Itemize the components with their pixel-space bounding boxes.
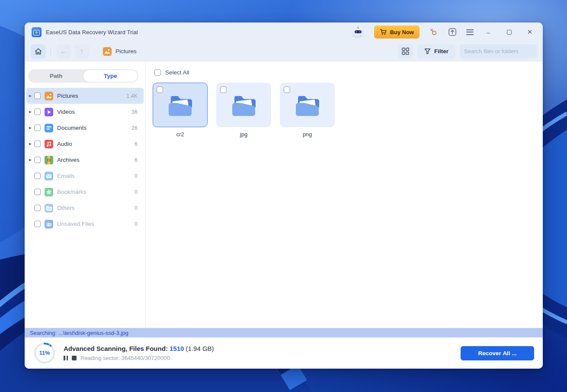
folder-name: cr2 <box>176 131 184 138</box>
folder-tile[interactable] <box>153 83 208 127</box>
sidebar-item-pictures[interactable]: ▶ Pictures 1.4K <box>26 88 144 104</box>
bookmarks-icon <box>45 188 53 196</box>
archives-checkbox[interactable] <box>34 157 41 163</box>
folder-tiles: cr2 jpg <box>153 83 536 138</box>
sidebar-item-audio[interactable]: ▶ Audio 6 <box>26 136 144 152</box>
search-input[interactable] <box>464 48 540 55</box>
others-checkbox[interactable] <box>34 205 41 211</box>
scan-progress-footer: 11% Advanced Scanning, Files Found: 1510… <box>25 337 543 369</box>
searching-status-bar: Searching: ...\test\disk-genius-ssd-3.jp… <box>25 328 543 337</box>
search-box <box>460 44 537 59</box>
minimize-button[interactable]: – <box>482 26 494 38</box>
folder-icon <box>293 93 322 117</box>
select-all-label: Select All <box>165 69 189 76</box>
sidebar-item-others[interactable]: Others 0 <box>26 200 144 216</box>
sidebar-item-label: Others <box>57 205 135 211</box>
buy-now-button[interactable]: Buy Now <box>374 26 420 39</box>
sidebar-item-videos[interactable]: ▶ Videos 36 <box>26 104 144 120</box>
breadcrumb[interactable]: Pictures <box>103 47 137 56</box>
folder-checkbox[interactable] <box>220 87 227 93</box>
sidebar-item-unsaved-files[interactable]: Unsaved Files 0 <box>26 216 144 232</box>
videos-icon <box>45 108 53 116</box>
folder-tile[interactable] <box>216 83 271 127</box>
item-count: 0 <box>135 221 138 227</box>
sector-status-line: Reading sector: 3645440/30720000 <box>64 355 214 361</box>
bookmarks-checkbox[interactable] <box>34 189 41 195</box>
app-logo-icon <box>32 27 42 37</box>
folder-item-cr2: cr2 <box>153 83 208 138</box>
sidebar-item-bookmarks[interactable]: Bookmarks 0 <box>26 184 144 200</box>
item-count: 0 <box>135 205 138 211</box>
cart-icon <box>380 29 387 35</box>
stop-icon[interactable] <box>72 356 77 360</box>
item-count: 0 <box>135 189 138 195</box>
sidebar-item-label: Pictures <box>57 93 126 99</box>
expand-arrow-icon[interactable]: ▶ <box>29 110 34 114</box>
others-icon <box>45 204 53 212</box>
scan-status-line: Advanced Scanning, Files Found: 1510 (1.… <box>64 345 214 352</box>
pictures-icon <box>103 47 112 56</box>
documents-checkbox[interactable] <box>34 125 41 131</box>
item-count: 36 <box>131 109 138 115</box>
pictures-checkbox[interactable] <box>34 93 41 99</box>
tab-type[interactable]: Type <box>83 70 138 82</box>
license-key-icon[interactable] <box>428 27 439 37</box>
back-button[interactable]: ← <box>56 44 71 59</box>
assistant-mascot-icon[interactable] <box>351 26 365 39</box>
easeus-app-window: EaseUS Data Recovery Wizard Trial Buy No… <box>25 22 543 369</box>
tab-path[interactable]: Path <box>29 70 83 82</box>
menu-icon[interactable] <box>466 29 474 35</box>
select-all-checkbox[interactable] <box>154 69 161 76</box>
folder-icon <box>229 93 259 117</box>
sidebar-item-label: Emails <box>57 173 135 179</box>
close-button[interactable]: ✕ <box>524 26 536 38</box>
pause-icon[interactable] <box>64 356 68 360</box>
sidebar-item-documents[interactable]: ▶ Documents 26 <box>26 120 144 136</box>
upgrade-icon[interactable] <box>447 27 458 37</box>
up-button[interactable]: ↑ <box>74 44 89 59</box>
home-icon <box>35 48 42 55</box>
app-title: EaseUS Data Recovery Wizard Trial <box>46 29 138 35</box>
expand-arrow-icon[interactable]: ▶ <box>29 94 34 98</box>
folder-name: png <box>303 131 312 138</box>
unsaved-files-icon <box>45 220 53 228</box>
sidebar-item-label: Unsaved Files <box>57 221 135 227</box>
unsaved-files-checkbox[interactable] <box>34 221 41 227</box>
titlebar: EaseUS Data Recovery Wizard Trial Buy No… <box>25 22 543 42</box>
folder-item-png: png <box>280 83 335 138</box>
videos-checkbox[interactable] <box>34 109 41 115</box>
folder-tile[interactable] <box>280 83 335 127</box>
item-count: 6 <box>135 157 138 163</box>
scan-label: Advanced Scanning, Files Found: <box>64 345 168 352</box>
grid-view-icon <box>402 48 409 55</box>
expand-arrow-icon[interactable]: ▶ <box>29 158 34 162</box>
emails-checkbox[interactable] <box>34 173 41 179</box>
sidebar-item-label: Bookmarks <box>57 189 135 195</box>
recover-all-button[interactable]: Recover All ... <box>461 346 534 360</box>
scan-progress-ring: 11% <box>33 342 56 364</box>
pictures-icon <box>45 92 53 100</box>
item-count: 6 <box>135 141 138 147</box>
files-found-count: 1510 <box>170 345 184 352</box>
folder-checkbox[interactable] <box>157 87 163 93</box>
sidebar-item-label: Documents <box>57 125 131 131</box>
sidebar-item-emails[interactable]: Emails 0 <box>26 168 144 184</box>
filter-button[interactable]: Filter <box>417 44 455 59</box>
navigation-toolbar: ← ↑ Pictures <box>25 42 543 61</box>
folder-grid-panel: Select All cr2 <box>146 61 543 328</box>
toolbar-divider <box>51 47 51 56</box>
audio-checkbox[interactable] <box>34 141 41 147</box>
item-count: 0 <box>135 173 138 179</box>
home-button[interactable] <box>31 44 45 59</box>
expand-arrow-icon[interactable]: ▶ <box>29 142 34 146</box>
item-count: 26 <box>131 125 138 131</box>
maximize-button[interactable] <box>503 26 515 38</box>
emails-icon <box>45 172 53 180</box>
sidebar-item-archives[interactable]: ▶ Archives 6 <box>26 152 144 168</box>
folder-item-jpg: jpg <box>216 83 271 138</box>
expand-arrow-icon[interactable]: ▶ <box>29 126 34 130</box>
filter-label: Filter <box>434 48 448 55</box>
view-mode-button[interactable] <box>398 44 413 59</box>
folder-checkbox[interactable] <box>284 87 290 93</box>
select-all-row: Select All <box>154 69 536 76</box>
